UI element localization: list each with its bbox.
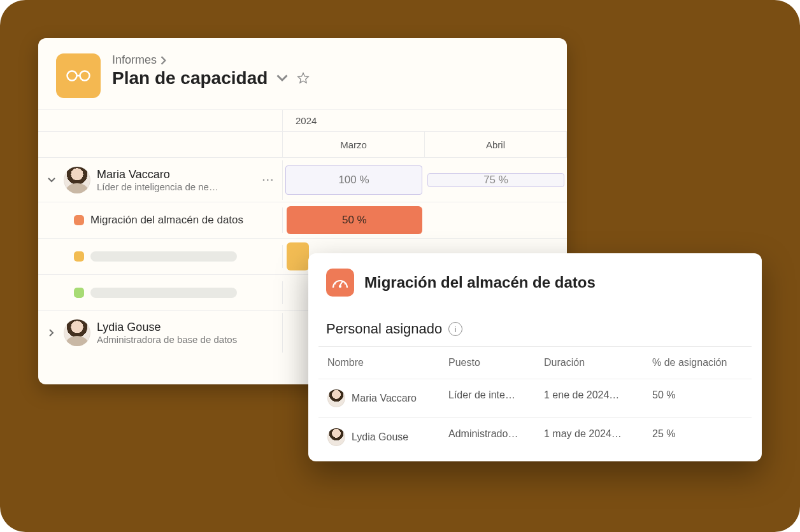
table-row[interactable]: Lydia Gouse Administrado… 1 may de 2024……	[318, 418, 752, 456]
cell-role: Líder de inte…	[439, 379, 535, 417]
collapse-toggle[interactable]	[46, 177, 57, 183]
month-col-1: Abril	[425, 132, 567, 157]
svg-point-2	[339, 285, 341, 288]
cell-allocation: 25 %	[643, 418, 752, 456]
task-name-placeholder	[90, 251, 237, 262]
section-title: Personal asignado	[326, 321, 442, 337]
person-role: Líder de inteligencia de ne…	[97, 181, 218, 192]
task-row[interactable]: Migración del almacén de datos 50 %	[38, 202, 567, 239]
svg-point-3	[335, 283, 336, 284]
info-icon[interactable]: i	[448, 322, 462, 336]
task-detail-panel: Migración del almacén de datos Personal …	[308, 253, 762, 461]
col-name: Nombre	[318, 347, 439, 379]
person-role: Administradora de base de datos	[97, 334, 237, 345]
panel-header: Informes Plan de capacidad	[38, 38, 567, 109]
task-swatch-icon	[74, 215, 84, 225]
svg-point-1	[80, 71, 90, 81]
person-row[interactable]: Maria Vaccaro Líder de inteligencia de n…	[38, 158, 567, 202]
task-bar[interactable]	[287, 242, 309, 270]
breadcrumb-label: Informes	[112, 53, 157, 67]
task-swatch-icon	[74, 251, 84, 262]
col-allocation: % de asignación	[643, 347, 752, 379]
task-swatch-icon	[74, 288, 84, 298]
avatar	[327, 428, 345, 446]
assignment-table: Nombre Puesto Duración % de asignación M…	[318, 346, 752, 456]
cell-allocation: 50 %	[643, 379, 752, 417]
timeline-header: 2024 Marzo Abril	[38, 109, 567, 158]
avatar	[64, 319, 90, 346]
cell-name: Lydia Gouse	[352, 431, 408, 443]
app-icon	[56, 53, 101, 98]
avatar	[64, 167, 90, 193]
year-label: 2024	[283, 110, 329, 131]
table-header-row: Nombre Puesto Duración % de asignación	[318, 347, 752, 379]
month-col-0: Marzo	[283, 132, 425, 157]
table-row[interactable]: Maria Vaccaro Líder de inte… 1 ene de 20…	[318, 379, 752, 418]
page-title: Plan de capacidad	[112, 68, 268, 88]
allocation-cell[interactable]: 100 %	[285, 165, 422, 195]
task-name: Migración del almacén de datos	[90, 214, 243, 227]
task-name-placeholder	[90, 288, 237, 298]
expand-toggle[interactable]	[46, 329, 57, 337]
detail-title: Migración del almacén de datos	[364, 274, 596, 291]
svg-point-0	[68, 71, 77, 81]
task-bar[interactable]: 50 %	[287, 206, 422, 234]
allocation-cell[interactable]: 75 %	[427, 173, 564, 187]
star-icon[interactable]	[297, 72, 310, 85]
cell-duration: 1 ene de 2024…	[535, 379, 643, 417]
more-icon[interactable]: ···	[262, 174, 275, 186]
avatar	[327, 389, 345, 407]
col-role: Puesto	[439, 347, 535, 379]
person-name: Lydia Gouse	[97, 321, 237, 334]
cell-role: Administrado…	[439, 418, 535, 456]
person-name: Maria Vaccaro	[97, 168, 218, 181]
breadcrumb[interactable]: Informes	[112, 53, 549, 67]
chevron-right-icon	[161, 56, 167, 65]
col-duration: Duración	[535, 347, 643, 379]
cell-name: Maria Vaccaro	[352, 393, 417, 404]
chevron-down-icon[interactable]	[276, 74, 288, 82]
glasses-icon	[66, 68, 91, 83]
cell-duration: 1 may de 2024…	[535, 418, 643, 456]
svg-point-4	[345, 283, 346, 284]
gauge-icon	[326, 269, 354, 297]
